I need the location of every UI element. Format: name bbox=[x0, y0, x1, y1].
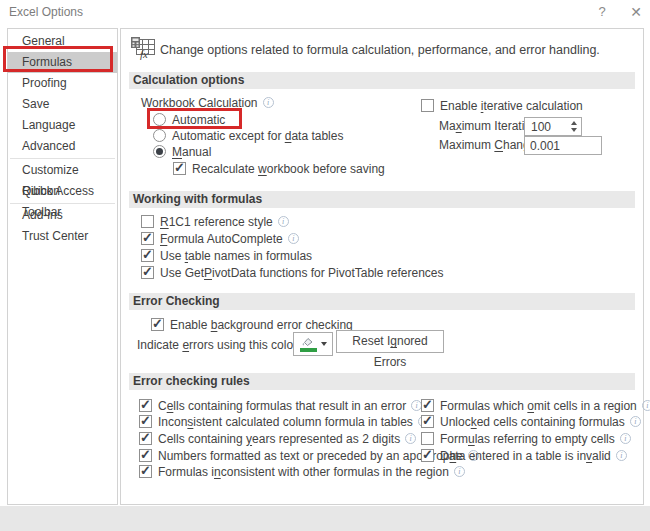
checkbox-formulas-omit-cells[interactable]: Formulas which omit cells in a region bbox=[421, 398, 650, 413]
sidebar-item-advanced[interactable]: Advanced bbox=[8, 136, 117, 157]
sidebar-item-trust-center[interactable]: Trust Center bbox=[8, 226, 117, 247]
sidebar-item-add-ins[interactable]: Add-ins bbox=[8, 205, 117, 226]
sidebar-item-customize-ribbon[interactable]: Customize Ribbon bbox=[8, 160, 117, 181]
section-error-checking: Error Checking bbox=[129, 293, 635, 310]
section-working-with-formulas: Working with formulas bbox=[129, 191, 635, 208]
checkbox-inconsistent-calculated-column[interactable]: Inconsistent calculated column formula i… bbox=[139, 414, 429, 429]
info-icon[interactable] bbox=[630, 416, 641, 427]
checkbox-cells-containing-formulas-error[interactable]: Cells containing formulas that result in… bbox=[139, 398, 422, 413]
title-bar: Excel Options ? ✕ bbox=[0, 0, 650, 26]
info-icon[interactable] bbox=[278, 216, 289, 227]
radio-manual[interactable]: Manual bbox=[153, 144, 211, 159]
spin-down-icon[interactable] bbox=[571, 128, 577, 132]
checkbox[interactable] bbox=[141, 266, 154, 279]
checkbox-label: R1C1 reference style bbox=[160, 215, 273, 229]
error-color-dropdown[interactable] bbox=[293, 332, 333, 356]
radio-label: Automatic except for data tables bbox=[172, 129, 343, 143]
sidebar-item-language[interactable]: Language bbox=[8, 115, 117, 136]
checkbox-enable-iterative-calculation[interactable]: Enable iterative calculation bbox=[421, 98, 583, 113]
checkbox[interactable] bbox=[421, 415, 434, 428]
checkbox-label: Formulas inconsistent with other formula… bbox=[158, 465, 449, 479]
sidebar: General Formulas Proofing Save Language … bbox=[7, 28, 118, 505]
section-calculation-options: Calculation options bbox=[129, 72, 635, 89]
checkbox-enable-background-error-checking[interactable]: Enable background error checking bbox=[151, 317, 353, 332]
sidebar-item-formulas[interactable]: Formulas bbox=[8, 52, 117, 73]
checkbox[interactable] bbox=[421, 449, 434, 462]
checkbox-label: Use GetPivotData functions for PivotTabl… bbox=[160, 266, 443, 280]
formulas-options-page: fx Change options related to formula cal… bbox=[120, 28, 644, 505]
radio-automatic-except-data-tables[interactable]: Automatic except for data tables bbox=[153, 128, 343, 143]
checkbox[interactable] bbox=[173, 162, 186, 175]
radio-button[interactable] bbox=[153, 145, 166, 158]
checkbox-r1c1-reference-style[interactable]: R1C1 reference style bbox=[141, 214, 289, 229]
checkbox-formula-autocomplete[interactable]: Formula AutoComplete bbox=[141, 231, 299, 246]
checkbox-label: Unlocked cells containing formulas bbox=[440, 415, 625, 429]
checkbox-label: Cells containing years represented as 2 … bbox=[158, 432, 400, 446]
checkbox[interactable] bbox=[141, 249, 154, 262]
chevron-down-icon[interactable] bbox=[321, 342, 327, 346]
checkbox[interactable] bbox=[139, 415, 152, 428]
paint-bucket-icon bbox=[300, 337, 317, 352]
checkbox-label: Cells containing formulas that result in… bbox=[158, 399, 406, 413]
checkbox[interactable] bbox=[421, 399, 434, 412]
checkbox-data-entered-table-invalid[interactable]: Data entered in a table is invalid bbox=[421, 448, 627, 463]
page-description: Change options related to formula calcul… bbox=[160, 43, 600, 57]
info-icon[interactable] bbox=[288, 233, 299, 244]
checkbox[interactable] bbox=[421, 432, 434, 445]
dialog-footer: OK Cancel bbox=[0, 506, 650, 531]
help-icon[interactable]: ? bbox=[588, 2, 616, 22]
info-icon[interactable] bbox=[642, 400, 650, 411]
checkbox-label: Formula AutoComplete bbox=[160, 232, 283, 246]
checkbox[interactable] bbox=[139, 465, 152, 478]
checkbox-label: Data entered in a table is invalid bbox=[440, 449, 611, 463]
checkbox[interactable] bbox=[141, 215, 154, 228]
sidebar-item-quick-access-toolbar[interactable]: Quick Access Toolbar bbox=[8, 181, 117, 202]
info-icon[interactable] bbox=[263, 97, 274, 108]
reset-ignored-errors-button[interactable]: Reset Ignored Errors bbox=[336, 330, 444, 353]
info-icon[interactable] bbox=[620, 433, 631, 444]
checkbox-use-getpivotdata[interactable]: Use GetPivotData functions for PivotTabl… bbox=[141, 265, 443, 280]
sidebar-item-proofing[interactable]: Proofing bbox=[8, 73, 117, 94]
checkbox-formulas-inconsistent-region[interactable]: Formulas inconsistent with other formula… bbox=[139, 464, 465, 479]
sidebar-item-general[interactable]: General bbox=[8, 31, 117, 52]
checkbox-label: Formulas which omit cells in a region bbox=[440, 399, 637, 413]
spin-up-icon[interactable] bbox=[571, 121, 577, 125]
checkbox[interactable] bbox=[141, 232, 154, 245]
checkbox-label: Formulas referring to empty cells bbox=[440, 432, 615, 446]
checkbox-label: Inconsistent calculated column formula i… bbox=[158, 415, 413, 429]
maximum-iterations-spinner[interactable] bbox=[524, 117, 582, 136]
checkbox-recalculate-workbook[interactable]: Recalculate workbook before saving bbox=[173, 161, 385, 176]
svg-text:fx: fx bbox=[140, 48, 148, 60]
spinner-arrows-icon[interactable] bbox=[566, 118, 581, 135]
checkbox[interactable] bbox=[151, 318, 164, 331]
checkbox-label: Numbers formatted as text or preceded by… bbox=[158, 449, 463, 463]
checkbox[interactable] bbox=[421, 99, 434, 112]
maximum-iterations-input[interactable] bbox=[525, 118, 566, 135]
checkbox-unlocked-cells-formulas[interactable]: Unlocked cells containing formulas bbox=[421, 414, 641, 429]
checkbox-years-as-2-digits[interactable]: Cells containing years represented as 2 … bbox=[139, 431, 416, 446]
checkbox[interactable] bbox=[139, 399, 152, 412]
radio-label: Automatic bbox=[172, 113, 225, 127]
radio-button[interactable] bbox=[153, 129, 166, 142]
checkbox-use-table-names[interactable]: Use table names in formulas bbox=[141, 248, 312, 263]
radio-button[interactable] bbox=[153, 113, 166, 126]
maximum-change-input[interactable] bbox=[524, 136, 602, 155]
checkbox[interactable] bbox=[139, 432, 152, 445]
radio-label: Manual bbox=[172, 145, 211, 159]
close-icon[interactable]: ✕ bbox=[622, 2, 650, 22]
checkbox-label: Recalculate workbook before saving bbox=[192, 162, 385, 176]
window-title: Excel Options bbox=[9, 5, 83, 19]
checkbox-label: Use table names in formulas bbox=[160, 249, 312, 263]
formula-options-icon: fx bbox=[130, 36, 156, 63]
info-icon[interactable] bbox=[405, 433, 416, 444]
selected-color-swatch bbox=[300, 348, 317, 352]
sidebar-separator bbox=[10, 158, 115, 159]
checkbox-label: Enable background error checking bbox=[170, 318, 353, 332]
info-icon[interactable] bbox=[616, 450, 627, 461]
checkbox[interactable] bbox=[139, 449, 152, 462]
checkbox-formulas-referring-empty-cells[interactable]: Formulas referring to empty cells bbox=[421, 431, 631, 446]
sidebar-item-save[interactable]: Save bbox=[8, 94, 117, 115]
checkbox-label: Enable iterative calculation bbox=[440, 99, 583, 113]
info-icon[interactable] bbox=[454, 466, 465, 477]
radio-automatic[interactable]: Automatic bbox=[153, 112, 225, 127]
